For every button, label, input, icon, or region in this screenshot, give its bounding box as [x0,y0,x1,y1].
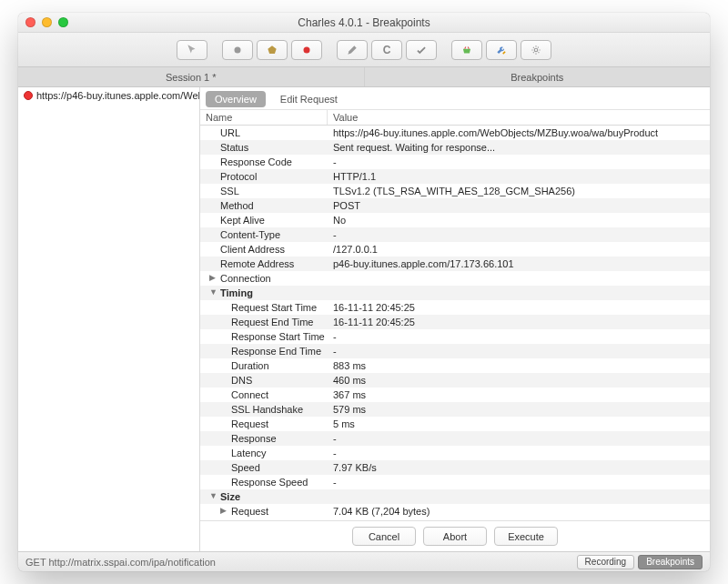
table-row[interactable]: DNS460 ms [200,373,710,388]
table-row[interactable]: ▶Request7.04 KB (7,204 bytes) [200,504,710,519]
gear-icon[interactable] [521,40,551,60]
table-row[interactable]: ProtocolHTTP/1.1 [200,169,710,184]
table-row[interactable]: Latency- [200,446,710,460]
check-icon[interactable] [406,40,437,60]
circle-tool-icon[interactable] [222,40,253,60]
record-icon[interactable] [291,40,322,60]
tab-session[interactable]: Session 1 * [18,67,365,86]
table-row[interactable]: Response Code- [200,155,710,169]
table-row[interactable]: MethodPOST [200,198,710,213]
row-name: ▼Timing [200,287,328,298]
execute-button[interactable]: Execute [494,527,558,546]
status-text: GET http://matrix.sspai.com/ipa/notifica… [25,557,216,568]
row-name: Connect [200,389,328,400]
row-name: Response Start Time [200,331,328,342]
row-value: HTTP/1.1 [328,171,710,182]
row-value: - [328,229,710,240]
table-row[interactable]: SSL Handshake579 ms [200,402,710,417]
table-row[interactable]: Response Speed- [200,475,710,489]
zoom-icon[interactable] [58,17,68,27]
sidebar: https://p46-buy.itunes.apple.com/WebO [18,87,200,551]
table-row[interactable]: Duration883 ms [200,358,710,373]
row-name: Method [200,200,328,211]
sidebar-request-item[interactable]: https://p46-buy.itunes.apple.com/WebO [18,87,199,104]
row-name: Protocol [200,171,328,182]
row-value: Sent request. Waiting for response... [328,142,710,153]
row-value: - [328,331,710,342]
table-row[interactable]: Connect367 ms [200,388,710,402]
row-value: - [328,448,710,458]
tab-overview[interactable]: Overview [206,91,266,107]
table-row[interactable]: ▶Connection [200,271,710,286]
session-tabs: Session 1 * Breakpoints [18,67,710,87]
table-row[interactable]: Request5 ms [200,417,710,431]
row-name: Response Speed [200,477,328,488]
tab-breakpoints[interactable]: Breakpoints [365,67,711,86]
row-value: /127.0.0.1 [328,244,710,255]
basket-icon[interactable] [451,40,482,60]
column-header-name[interactable]: Name [200,110,328,125]
pentagon-tool-icon[interactable] [257,40,288,60]
breakpoints-button[interactable]: Breakpoints [638,555,703,569]
row-name: Duration [200,360,328,371]
cursor-icon[interactable] [177,40,207,60]
column-header-value[interactable]: Value [328,110,710,125]
table-row[interactable]: Response Start Time- [200,329,710,344]
row-value: 579 ms [328,404,710,415]
table-row[interactable]: Request End Time16-11-11 20:45:25 [200,315,710,329]
table-row[interactable]: Request Start Time16-11-11 20:45:25 [200,300,710,315]
row-value: 7.04 KB (7,204 bytes) [328,506,710,517]
row-name: ▼Size [200,491,328,502]
row-value: 16-11-11 20:45:25 [328,317,710,327]
row-name: ▶Connection [200,273,328,284]
recording-button[interactable]: Recording [577,555,635,569]
row-name: Response End Time [200,346,328,357]
row-value: 883 ms [328,360,710,371]
row-value: https://p46-buy.itunes.apple.com/WebObje… [328,127,710,138]
minimize-icon[interactable] [42,17,52,27]
table-row[interactable]: Response End Time- [200,344,710,358]
reload-icon[interactable]: C [371,40,402,60]
table-row[interactable]: URLhttps://p46-buy.itunes.apple.com/WebO… [200,126,710,140]
row-name: Client Address [200,244,328,255]
cancel-button[interactable]: Cancel [352,527,416,546]
table-row[interactable]: Client Address/127.0.0.1 [200,242,710,257]
table-row[interactable]: StatusSent request. Waiting for response… [200,140,710,155]
table-row[interactable]: SSLTLSv1.2 (TLS_RSA_WITH_AES_128_GCM_SHA… [200,184,710,198]
row-value: - [328,433,710,444]
disclosure-triangle-icon[interactable]: ▶ [209,273,216,282]
table-row[interactable]: Remote Addressp46-buy.itunes.apple.com/1… [200,257,710,271]
row-value: TLSv1.2 (TLS_RSA_WITH_AES_128_GCM_SHA256… [328,186,710,196]
details-table-body[interactable]: URLhttps://p46-buy.itunes.apple.com/WebO… [200,126,710,520]
pencil-icon[interactable] [337,40,368,60]
app-window: Charles 4.0.1 - Breakpoints C Session 1 … [18,13,710,571]
close-icon[interactable] [25,17,35,27]
status-bar: GET http://matrix.sspai.com/ipa/notifica… [18,551,710,571]
row-value: - [328,477,710,488]
row-value: 5 ms [328,418,710,429]
row-name: DNS [200,375,328,386]
table-row[interactable]: ▼Timing [200,286,710,300]
row-value: - [328,156,710,167]
row-value: 460 ms [328,375,710,386]
table-row[interactable]: Kept AliveNo [200,213,710,227]
sidebar-item-label: https://p46-buy.itunes.apple.com/WebO [36,90,199,101]
table-row[interactable]: Speed7.97 KB/s [200,460,710,475]
table-row[interactable]: ▼Size [200,489,710,504]
table-row[interactable]: Response- [200,431,710,446]
row-value: - [328,346,710,357]
breakpoint-status-icon [24,91,33,100]
tab-edit-request[interactable]: Edit Request [271,91,347,107]
inner-tabs: Overview Edit Request [200,87,710,110]
disclosure-triangle-icon[interactable]: ▼ [209,287,217,297]
row-value: 367 ms [328,389,710,400]
wrench-icon[interactable] [486,40,517,60]
disclosure-triangle-icon[interactable]: ▼ [209,491,217,500]
disclosure-triangle-icon[interactable]: ▶ [220,506,227,515]
abort-button[interactable]: Abort [423,527,487,546]
row-value: 7.97 KB/s [328,462,710,473]
row-name: Response Code [200,156,328,167]
table-row[interactable]: Content-Type- [200,227,710,242]
toolbar: C [18,33,710,67]
traffic-lights [25,17,68,27]
